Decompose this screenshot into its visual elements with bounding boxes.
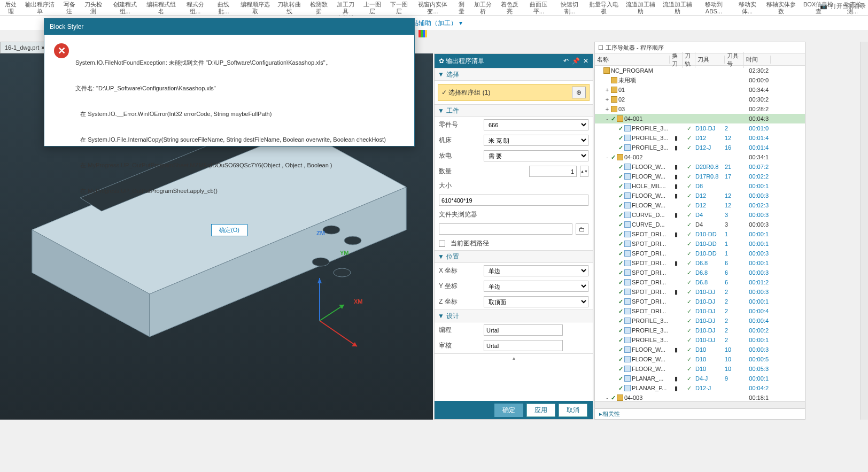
tree-operation[interactable]: ✓FLOOR_W...✓D101000:05:3 <box>595 364 805 374</box>
camera-icon[interactable]: 📷 <box>820 3 827 10</box>
menu-item[interactable]: 创建程式组... <box>107 0 143 16</box>
svg-marker-10 <box>317 278 322 283</box>
menu-item[interactable]: 编辑程式组名 <box>143 0 180 16</box>
stepper-icon[interactable]: ▲▼ <box>580 166 588 177</box>
tree-folder[interactable]: NC_PROGRAM02:30:2 <box>595 66 805 75</box>
tree-operation[interactable]: ✓SPOT_DRI...▮✓D10-DD100:00:1 <box>595 229 805 239</box>
z-select[interactable]: 取顶面 <box>484 296 588 307</box>
menu-item[interactable]: 加工刀具参数编辑 <box>332 0 359 16</box>
edm-select[interactable]: 需 要 <box>484 150 588 161</box>
tree-operation[interactable]: ✓SPOT_DRI...✓D6.8600:00:3 <box>595 268 805 277</box>
tree-operation[interactable]: ✓PROFILE_3...✓D10-DJ200:01:0 <box>595 123 805 133</box>
right-dock-strip[interactable] <box>861 42 868 420</box>
menu-item[interactable]: 移动实体... <box>732 0 763 16</box>
tree-operation[interactable]: ✓SPOT_DRI...✓D6.8600:01:2 <box>595 277 805 287</box>
tree-operation[interactable]: ✓PROFILE_3...✓D10-DJ200:00:4 <box>595 316 805 326</box>
select-group-row[interactable]: ✓ 选择程序组 (1) ⊕ <box>438 84 590 101</box>
menu-item[interactable]: 上一图层 <box>359 0 385 16</box>
tree-operation[interactable]: ✓PROFILE_3...▮✓D12-J1600:01:4 <box>595 143 805 152</box>
menu-item[interactable]: 流道加工辅助 <box>622 0 659 16</box>
tree-operation[interactable]: ✓FLOOR_W...▮✓D20R0.82100:07:2 <box>595 162 805 172</box>
menu-item[interactable]: 批量导入电极 <box>585 0 622 16</box>
menu-item[interactable]: 曲线批... <box>211 0 236 16</box>
part-no-select[interactable]: 666 <box>484 119 588 130</box>
tree-folder[interactable]: +0100:34:4 <box>595 85 805 95</box>
folder-icon[interactable]: 🗀 <box>576 223 588 235</box>
menu-item[interactable]: 刀头检测 <box>80 0 107 16</box>
tree-operation[interactable]: ✓HOLE_MIL...▮✓D800:00:1 <box>595 181 805 191</box>
section-design[interactable]: ▼ 设计 <box>435 309 593 322</box>
tree-operation[interactable]: ✓PLANAR_...▮✓D4-J900:00:1 <box>595 374 805 383</box>
browser-input[interactable] <box>439 223 572 235</box>
menu-item[interactable]: 输出程序清单 <box>21 0 58 16</box>
menu-item[interactable]: 着色反亮 <box>497 0 523 16</box>
section-position[interactable]: ▼ 位置 <box>435 250 593 263</box>
dialog-ok-button[interactable]: 确定(O) <box>211 224 247 236</box>
apply-button[interactable]: 应用 <box>526 404 555 417</box>
qty-input[interactable] <box>529 166 577 177</box>
ok-button[interactable]: 确定 <box>494 404 523 417</box>
tree-operation[interactable]: ✓FLOOR_W...✓D101000:00:5 <box>595 354 805 364</box>
menu-item[interactable]: 加工分析 <box>470 0 497 16</box>
collapse-handle[interactable]: ▴ <box>435 353 593 362</box>
nav-columns: 名称 换刀 刀轨 刀具 刀具号 时间 <box>595 54 805 66</box>
cancel-button[interactable]: 取消 <box>559 404 587 417</box>
tree-operation[interactable]: ✓SPOT_DRI...✓D10-DJ200:00:4 <box>595 306 805 316</box>
menu-item[interactable]: 视窗内实体变... <box>412 0 453 16</box>
tree-folder[interactable]: -✓04-00300:18:1 <box>595 393 805 401</box>
prog-input[interactable] <box>484 324 563 336</box>
tree-operation[interactable]: ✓FLOOR_W...▮✓D121200:00:3 <box>595 191 805 200</box>
panel-titlebar[interactable]: ✿ 输出程序清单 ↶ 📌 ✕ <box>435 54 593 68</box>
menu-item[interactable]: 下一图层 <box>385 0 412 16</box>
tree-operation[interactable]: ✓FLOOR_W...▮✓D17R0.81700:02:2 <box>595 172 805 181</box>
menu-item[interactable]: 移轴实体参数 <box>763 0 800 16</box>
section-part[interactable]: ▼ 工件 <box>435 104 593 117</box>
pin-icon[interactable]: 📌 <box>572 57 580 65</box>
tree-folder[interactable]: -✓04-00200:34:1 <box>595 152 805 162</box>
tree-operation[interactable]: ✓SPOT_DRI...✓D10-DD100:00:1 <box>595 239 805 249</box>
current-path-checkbox[interactable] <box>439 241 445 247</box>
tree-operation[interactable]: ✓FLOOR_W...✓D121200:02:3 <box>595 200 805 210</box>
menu-item[interactable]: 检测数据 <box>305 0 332 16</box>
tree-folder[interactable]: -✓04-00100:04:3 <box>595 114 805 123</box>
size-input[interactable] <box>439 195 588 206</box>
tree-operation[interactable]: ✓SPOT_DRI...▮✓D10-DJ200:00:3 <box>595 287 805 297</box>
menu-item[interactable]: 移动到ABS... <box>696 0 732 16</box>
menu-item[interactable]: 刀轨转曲线 <box>274 0 305 16</box>
target-icon[interactable]: ⊕ <box>572 87 586 98</box>
tree-operation[interactable]: ✓CURVE_D...✓D4300:00:3 <box>595 220 805 229</box>
tree-operation[interactable]: ✓PROFILE_3...✓D10-DJ200:00:2 <box>595 326 805 335</box>
tree-folder[interactable]: 未用项00:00:0 <box>595 75 805 85</box>
menu-item[interactable]: 曲面压平... <box>523 0 554 16</box>
nav-related-section[interactable]: ▸ 相关性 <box>595 408 805 419</box>
menu-item[interactable]: 快速切割... <box>554 0 585 16</box>
file-tab[interactable]: 16-1_dwg.prt × <box>0 42 50 53</box>
review-input[interactable] <box>484 340 563 351</box>
menu-item[interactable]: 编程顺序选取 <box>237 0 274 16</box>
menu-item[interactable]: 后处理 <box>0 0 21 16</box>
color-palette-icon[interactable] <box>418 30 429 41</box>
tree-operation[interactable]: ✓CURVE_D...▮✓D4300:00:3 <box>595 210 805 220</box>
menu-item[interactable]: 测量 <box>453 0 470 16</box>
tree-operation[interactable]: ✓FLOOR_W...▮✓D101000:00:3 <box>595 345 805 354</box>
tree-folder[interactable]: +0200:30:2 <box>595 95 805 104</box>
tree-operation[interactable]: ✓SPOT_DRI...✓D10-DD100:00:3 <box>595 249 805 258</box>
menu-item[interactable]: 写备注 <box>58 0 80 16</box>
menu-item[interactable]: 流道加工辅助 <box>659 0 696 16</box>
tree-operation[interactable]: ✓PROFILE_3...✓D10-DJ200:00:1 <box>595 335 805 345</box>
y-select[interactable]: 单边 <box>484 281 588 292</box>
tree-operation[interactable]: ✓SPOT_DRI...▮✓D6.8600:00:1 <box>595 258 805 268</box>
menu-item[interactable]: 程式分组... <box>180 0 211 16</box>
open-current-dir[interactable]: 打开当前目录 <box>831 2 866 10</box>
tree-operation[interactable]: ✓PROFILE_3...▮✓D121200:01:4 <box>595 133 805 143</box>
section-select[interactable]: ▼ 选择 <box>435 68 593 81</box>
tree-folder[interactable]: +0300:28:2 <box>595 104 805 114</box>
h-scrollbar[interactable] <box>595 401 805 408</box>
undo-icon[interactable]: ↶ <box>563 57 569 65</box>
machine-select[interactable]: 米 克 朗 <box>484 135 588 146</box>
dialog-titlebar[interactable]: Block Styler <box>44 19 414 35</box>
tree-operation[interactable]: ✓PLANAR_P...▮✓D12-J00:04:2 <box>595 383 805 393</box>
tree-operation[interactable]: ✓SPOT_DRI...✓D10-DJ200:00:1 <box>595 297 805 306</box>
x-select[interactable]: 单边 <box>484 265 588 276</box>
close-icon[interactable]: ✕ <box>583 57 588 65</box>
